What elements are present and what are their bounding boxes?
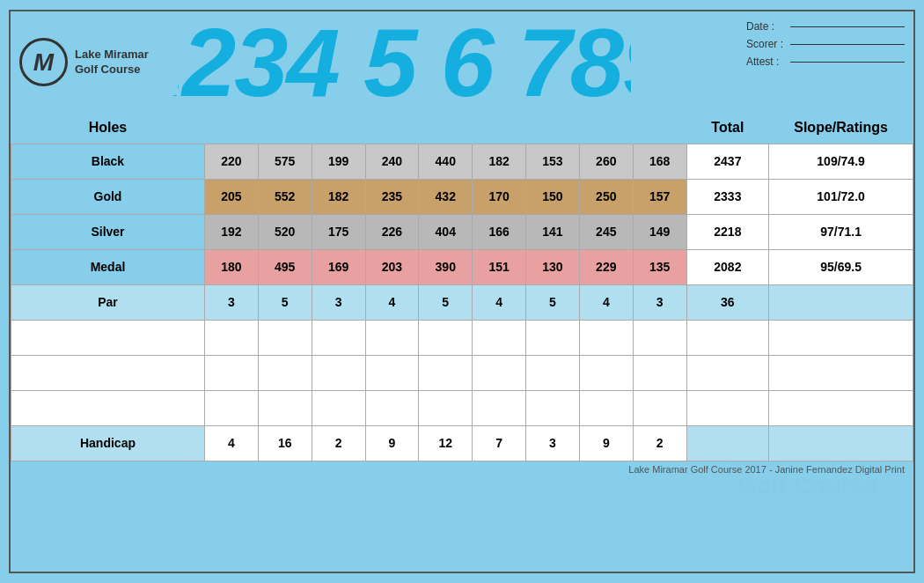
hc-h7: 3 <box>526 425 580 461</box>
par-total: 36 <box>686 284 769 320</box>
gold-row: Gold 205 552 182 235 432 170 150 250 157… <box>11 179 913 214</box>
medal-row: Medal 180 495 169 203 390 151 130 229 13… <box>11 249 913 284</box>
hole-1-header <box>204 113 258 144</box>
black-h3: 199 <box>312 144 365 179</box>
hole-6-header <box>473 113 526 144</box>
empty-1-label <box>11 320 205 355</box>
black-h5: 440 <box>419 144 473 179</box>
score-table-wrapper: Holes Total Slope/Ratings Black 220 575 … <box>11 113 913 477</box>
medal-h6: 151 <box>473 249 526 284</box>
par-h1: 3 <box>204 284 258 320</box>
medal-total: 2082 <box>686 249 769 284</box>
silver-h4: 226 <box>365 214 419 249</box>
hole-4-header <box>365 113 419 144</box>
gold-h3: 182 <box>312 179 365 214</box>
par-h4: 4 <box>365 284 419 320</box>
par-slope <box>769 284 913 320</box>
silver-row: Silver 192 520 175 226 404 166 141 245 1… <box>11 214 913 249</box>
gold-h8: 250 <box>579 179 633 214</box>
gold-h2: 552 <box>258 179 312 214</box>
medal-h9: 135 <box>633 249 686 284</box>
medal-h4: 203 <box>365 249 419 284</box>
total-header: Total <box>686 113 769 144</box>
footer: Lake Miramar Golf Course 2017 - Janine F… <box>11 461 913 477</box>
par-h8: 4 <box>579 284 633 320</box>
header-row: Holes Total Slope/Ratings <box>11 113 913 144</box>
medal-slope: 95/69.5 <box>769 249 913 284</box>
holes-header: Holes <box>11 113 205 144</box>
hc-h8: 9 <box>579 425 633 461</box>
gold-h9: 157 <box>633 179 686 214</box>
black-h8: 260 <box>579 144 633 179</box>
handicap-label: Handicap <box>11 425 205 461</box>
hc-h6: 7 <box>473 425 526 461</box>
silver-slope: 97/71.1 <box>769 214 913 249</box>
scorer-line <box>790 44 905 45</box>
hole-8-header <box>579 113 633 144</box>
scorecard: M Lake MiramarGolf Course 1234 5 6 789 D… <box>9 10 915 573</box>
black-h9: 168 <box>633 144 686 179</box>
empty-row-3 <box>11 390 913 425</box>
hole-numbers-display: 1234 5 6 789 <box>173 11 631 113</box>
hc-h5: 12 <box>419 425 473 461</box>
black-h6: 182 <box>473 144 526 179</box>
medal-h7: 130 <box>526 249 580 284</box>
attest-label: Attest : <box>746 55 790 68</box>
empty-2-label <box>11 355 205 390</box>
gold-h1: 205 <box>204 179 258 214</box>
hc-slope <box>769 425 913 461</box>
date-area: Date : Scorer : Attest : <box>746 20 905 73</box>
black-label: Black <box>11 144 205 179</box>
hole-5-header <box>419 113 473 144</box>
medal-h1: 180 <box>204 249 258 284</box>
black-h1: 220 <box>204 144 258 179</box>
empty-3-label <box>11 390 205 425</box>
silver-h9: 149 <box>633 214 686 249</box>
gold-slope: 101/72.0 <box>769 179 913 214</box>
hole-7-header <box>526 113 580 144</box>
black-slope: 109/74.9 <box>769 144 913 179</box>
silver-label: Silver <box>11 214 205 249</box>
par-row: Par 3 5 3 4 5 4 5 4 3 36 <box>11 284 913 320</box>
medal-h3: 169 <box>312 249 365 284</box>
hole-9-header <box>633 113 686 144</box>
empty-row-2 <box>11 355 913 390</box>
gold-h4: 235 <box>365 179 419 214</box>
silver-h2: 520 <box>258 214 312 249</box>
handicap-row: Handicap 4 16 2 9 12 7 3 9 2 <box>11 425 913 461</box>
hc-h4: 9 <box>365 425 419 461</box>
logo-text: Lake MiramarGolf Course <box>75 48 149 77</box>
par-label: Par <box>11 284 205 320</box>
empty-row-1 <box>11 320 913 355</box>
par-h2: 5 <box>258 284 312 320</box>
slope-header: Slope/Ratings <box>769 113 913 144</box>
black-h7: 153 <box>526 144 580 179</box>
attest-line <box>790 62 905 63</box>
silver-total: 2218 <box>686 214 769 249</box>
gold-h7: 150 <box>526 179 580 214</box>
gold-h5: 432 <box>419 179 473 214</box>
medal-label: Medal <box>11 249 205 284</box>
date-label: Date : <box>746 20 790 33</box>
logo-icon: M <box>19 38 68 86</box>
black-total: 2437 <box>686 144 769 179</box>
par-h6: 4 <box>473 284 526 320</box>
silver-h7: 141 <box>526 214 580 249</box>
par-h5: 5 <box>419 284 473 320</box>
black-h4: 240 <box>365 144 419 179</box>
hc-h2: 16 <box>258 425 312 461</box>
silver-h1: 192 <box>204 214 258 249</box>
hole-3-header <box>312 113 365 144</box>
gold-total: 2333 <box>686 179 769 214</box>
par-h7: 5 <box>526 284 580 320</box>
par-h9: 3 <box>633 284 686 320</box>
logo-area: M Lake MiramarGolf Course <box>11 29 178 95</box>
black-h2: 575 <box>258 144 312 179</box>
hc-total <box>686 425 769 461</box>
header: M Lake MiramarGolf Course 1234 5 6 789 D… <box>11 11 913 113</box>
date-line <box>790 26 905 27</box>
silver-h5: 404 <box>419 214 473 249</box>
scorer-label: Scorer : <box>746 38 790 50</box>
hole-2-header <box>258 113 312 144</box>
silver-h6: 166 <box>473 214 526 249</box>
